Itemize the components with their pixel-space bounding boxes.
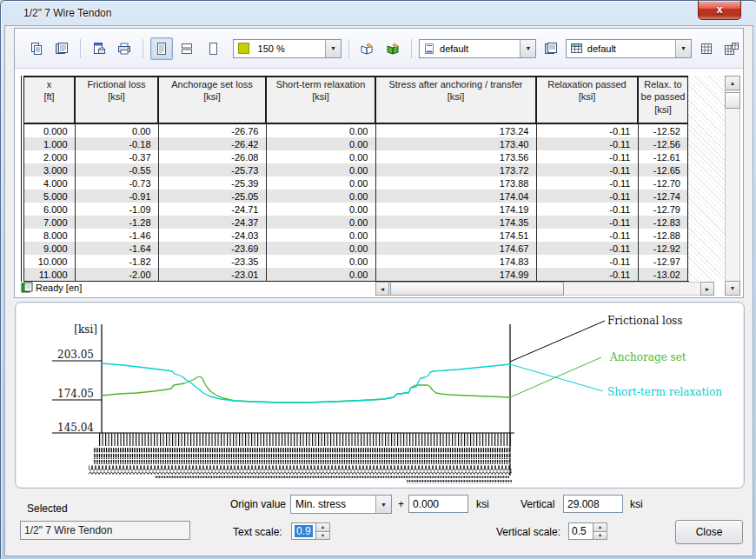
table-cell: 11.000 bbox=[23, 268, 75, 282]
origin-value-combobox[interactable]: Min. stress ▼ bbox=[290, 495, 392, 514]
table-style-combobox[interactable]: default ▼ bbox=[566, 39, 692, 58]
vertical-scale-up-button[interactable]: ▲ bbox=[594, 523, 607, 532]
text-scale-up-button[interactable]: ▲ bbox=[316, 523, 329, 532]
table-cell: -26.08 bbox=[158, 150, 266, 163]
format-value: default bbox=[435, 43, 520, 54]
legend-frictional-loss: Frictional loss bbox=[607, 315, 682, 327]
table-cell: -1.28 bbox=[75, 216, 158, 229]
vertical-scale-down-button[interactable]: ▼ bbox=[594, 532, 607, 540]
table-cell: -0.11 bbox=[536, 190, 638, 203]
toolbar-separator bbox=[411, 39, 412, 58]
table-cell: 0.00 bbox=[266, 229, 375, 242]
table-cell: -23.35 bbox=[158, 255, 266, 268]
zoom-combobox[interactable]: 150 % ▼ bbox=[233, 39, 342, 58]
book-icon bbox=[55, 42, 69, 56]
table-cell: 174.99 bbox=[375, 268, 536, 282]
table-cell: -25.73 bbox=[158, 163, 266, 176]
column-header-x[interactable]: x[ft] bbox=[23, 77, 75, 123]
selected-tendon-value: 1/2" 7 Wire Tendon bbox=[24, 524, 112, 536]
table-cell: 174.19 bbox=[375, 203, 536, 216]
table-cell: -12.61 bbox=[638, 150, 688, 163]
table-cell: -12.70 bbox=[638, 176, 688, 190]
x-labels-band bbox=[155, 476, 509, 480]
column-header-relaxation-passed[interactable]: Relaxation passed[ksi] bbox=[536, 77, 638, 123]
table-cell: -1.82 bbox=[75, 255, 158, 268]
vertical-span-field[interactable]: 29.008 bbox=[563, 495, 623, 513]
text-scale-field[interactable]: 0.9 bbox=[291, 522, 316, 540]
format-combobox[interactable]: default ▼ bbox=[419, 39, 536, 58]
edit-template-button[interactable] bbox=[356, 37, 379, 60]
report-book-button[interactable] bbox=[51, 37, 74, 60]
x-labels-band bbox=[94, 454, 511, 459]
view-split-button[interactable] bbox=[176, 37, 199, 60]
close-window-button[interactable]: x bbox=[698, 1, 741, 20]
column-header-stress-after-anchoring[interactable]: Stress after anchoring / transfer[ksi] bbox=[375, 77, 536, 123]
table-cell: -23.01 bbox=[158, 268, 266, 282]
vertical-scale-spinner[interactable]: 0.5 ▲ ▼ bbox=[568, 522, 607, 540]
horizontal-scroll-thumb[interactable] bbox=[390, 282, 564, 296]
table-row[interactable]: 1.000-0.18-26.420.00173.40-0.11-12.56 bbox=[23, 137, 688, 150]
print-button[interactable] bbox=[114, 37, 136, 60]
table-cell: 174.35 bbox=[375, 216, 536, 229]
blank-page-icon bbox=[206, 42, 220, 56]
table-body: 0.0000.00-26.760.00173.24-0.11-12.521.00… bbox=[23, 123, 688, 282]
scroll-up-button[interactable]: ▲ bbox=[725, 76, 740, 90]
table-row[interactable]: 5.000-0.91-25.050.00174.04-0.11-12.74 bbox=[23, 190, 688, 203]
column-header-frictional-loss[interactable]: Frictional loss[ksi] bbox=[75, 77, 158, 123]
view-table-button[interactable] bbox=[150, 37, 173, 60]
scroll-right-button[interactable]: ► bbox=[700, 282, 714, 296]
table-row[interactable]: 6.000-1.09-24.710.00174.19-0.11-12.79 bbox=[23, 203, 688, 216]
table-cell: 8.000 bbox=[23, 229, 75, 242]
table-empty-area bbox=[688, 76, 725, 281]
text-scale-spinner[interactable]: 0.9 ▲ ▼ bbox=[291, 522, 330, 540]
format-dropdown-button[interactable]: ▼ bbox=[520, 40, 535, 57]
zoom-dropdown-button[interactable]: ▼ bbox=[325, 40, 341, 57]
title-bar[interactable]: 1/2" 7 Wire Tendon x bbox=[1, 1, 756, 25]
edit-template-green-button[interactable] bbox=[382, 37, 405, 60]
table-cell: 10.000 bbox=[23, 255, 75, 268]
copy-button[interactable] bbox=[25, 37, 48, 60]
selected-tendon-field[interactable]: 1/2" 7 Wire Tendon bbox=[20, 521, 190, 540]
legend-short-term-relaxation: Short-term relaxation bbox=[607, 386, 722, 398]
table-row[interactable]: 11.000-2.00-23.010.00174.99-0.11-13.02 bbox=[23, 268, 688, 282]
vertical-scale-field[interactable]: 0.5 bbox=[568, 522, 594, 540]
view-blank-button[interactable] bbox=[202, 37, 224, 60]
table-row[interactable]: 4.000-0.73-25.390.00173.88-0.11-12.70 bbox=[23, 176, 688, 190]
table-cell: -0.11 bbox=[536, 203, 638, 216]
x-labels-band bbox=[407, 480, 512, 484]
origin-dropdown-button[interactable]: ▼ bbox=[375, 496, 391, 513]
column-header-relax-to-be-passed[interactable]: Relax. to be passed[ksi] bbox=[638, 77, 688, 123]
column-header-short-term-relaxation[interactable]: Short-term relaxation[ksi] bbox=[266, 77, 375, 123]
table-row[interactable]: 8.000-1.46-24.030.00174.51-0.11-12.88 bbox=[23, 229, 688, 242]
table-row[interactable]: 3.000-0.55-25.730.00173.72-0.11-12.65 bbox=[23, 163, 688, 176]
table-cell: 173.24 bbox=[375, 123, 536, 137]
table-cell: 1.000 bbox=[23, 137, 75, 150]
close-button[interactable]: Close bbox=[675, 520, 743, 544]
table-row[interactable]: 2.000-0.37-26.080.00173.56-0.11-12.61 bbox=[23, 150, 688, 163]
table-style-dropdown-button[interactable]: ▼ bbox=[675, 40, 691, 57]
grid-button[interactable] bbox=[695, 37, 718, 60]
grid-overlay-button[interactable] bbox=[720, 37, 743, 60]
origin-offset-field[interactable]: 0.000 bbox=[408, 495, 468, 513]
vertical-scroll-thumb[interactable] bbox=[725, 92, 740, 109]
table-cell: 7.000 bbox=[23, 216, 75, 229]
text-scale-down-button[interactable]: ▼ bbox=[316, 532, 329, 540]
table-row[interactable]: 7.000-1.28-24.370.00174.35-0.11-12.83 bbox=[23, 216, 688, 229]
vertical-label: Vertical bbox=[521, 498, 554, 510]
table-row[interactable]: 0.0000.00-26.760.00173.24-0.11-12.52 bbox=[23, 123, 688, 137]
table-row[interactable]: 10.000-1.82-23.350.00174.83-0.11-12.97 bbox=[23, 255, 688, 268]
table-style-value: default bbox=[583, 43, 675, 54]
table-cell: -26.76 bbox=[158, 123, 266, 137]
column-header-anchorage-set-loss[interactable]: Anchorage set loss[ksi] bbox=[158, 77, 266, 123]
table-cell: 5.000 bbox=[23, 190, 75, 203]
table-cell: -24.03 bbox=[158, 229, 266, 242]
table-cell: 9.000 bbox=[23, 242, 75, 255]
table-cell: 173.72 bbox=[375, 163, 536, 176]
print-preview-button[interactable] bbox=[88, 37, 110, 60]
format-book-button[interactable] bbox=[540, 37, 562, 60]
table-row[interactable]: 9.000-1.64-23.690.00174.67-0.11-12.92 bbox=[23, 242, 688, 255]
table-cell: -0.11 bbox=[536, 216, 638, 229]
toolbar-separator bbox=[143, 39, 143, 58]
scroll-left-button[interactable]: ◄ bbox=[375, 282, 389, 296]
table-cell: 174.67 bbox=[375, 242, 536, 255]
